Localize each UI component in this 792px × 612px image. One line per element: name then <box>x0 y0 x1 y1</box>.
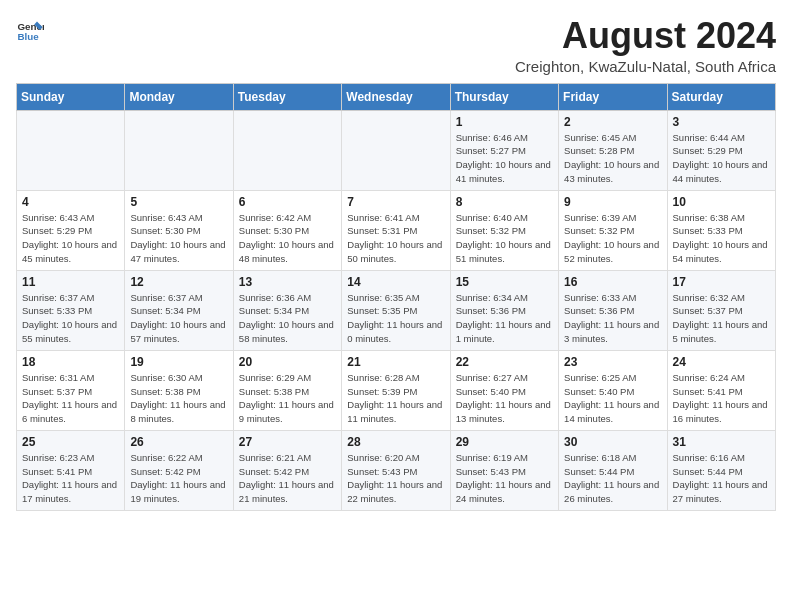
calendar-cell: 11Sunrise: 6:37 AM Sunset: 5:33 PM Dayli… <box>17 270 125 350</box>
day-number: 22 <box>456 355 553 369</box>
calendar-cell <box>233 110 341 190</box>
day-info: Sunrise: 6:20 AM Sunset: 5:43 PM Dayligh… <box>347 451 444 506</box>
calendar-week-1: 1Sunrise: 6:46 AM Sunset: 5:27 PM Daylig… <box>17 110 776 190</box>
day-info: Sunrise: 6:30 AM Sunset: 5:38 PM Dayligh… <box>130 371 227 426</box>
calendar-cell: 9Sunrise: 6:39 AM Sunset: 5:32 PM Daylig… <box>559 190 667 270</box>
day-number: 13 <box>239 275 336 289</box>
header-sunday: Sunday <box>17 83 125 110</box>
day-number: 26 <box>130 435 227 449</box>
day-info: Sunrise: 6:37 AM Sunset: 5:34 PM Dayligh… <box>130 291 227 346</box>
calendar-cell: 1Sunrise: 6:46 AM Sunset: 5:27 PM Daylig… <box>450 110 558 190</box>
svg-text:Blue: Blue <box>17 31 39 42</box>
calendar-cell: 3Sunrise: 6:44 AM Sunset: 5:29 PM Daylig… <box>667 110 775 190</box>
month-year-title: August 2024 <box>515 16 776 56</box>
day-number: 18 <box>22 355 119 369</box>
day-number: 2 <box>564 115 661 129</box>
calendar-cell: 8Sunrise: 6:40 AM Sunset: 5:32 PM Daylig… <box>450 190 558 270</box>
day-info: Sunrise: 6:16 AM Sunset: 5:44 PM Dayligh… <box>673 451 770 506</box>
calendar-cell: 22Sunrise: 6:27 AM Sunset: 5:40 PM Dayli… <box>450 350 558 430</box>
day-info: Sunrise: 6:32 AM Sunset: 5:37 PM Dayligh… <box>673 291 770 346</box>
day-number: 6 <box>239 195 336 209</box>
day-number: 29 <box>456 435 553 449</box>
day-number: 25 <box>22 435 119 449</box>
day-info: Sunrise: 6:29 AM Sunset: 5:38 PM Dayligh… <box>239 371 336 426</box>
day-number: 16 <box>564 275 661 289</box>
day-number: 8 <box>456 195 553 209</box>
header-saturday: Saturday <box>667 83 775 110</box>
day-info: Sunrise: 6:43 AM Sunset: 5:30 PM Dayligh… <box>130 211 227 266</box>
day-info: Sunrise: 6:38 AM Sunset: 5:33 PM Dayligh… <box>673 211 770 266</box>
calendar-cell: 23Sunrise: 6:25 AM Sunset: 5:40 PM Dayli… <box>559 350 667 430</box>
day-info: Sunrise: 6:35 AM Sunset: 5:35 PM Dayligh… <box>347 291 444 346</box>
day-info: Sunrise: 6:41 AM Sunset: 5:31 PM Dayligh… <box>347 211 444 266</box>
day-number: 12 <box>130 275 227 289</box>
day-info: Sunrise: 6:19 AM Sunset: 5:43 PM Dayligh… <box>456 451 553 506</box>
day-info: Sunrise: 6:34 AM Sunset: 5:36 PM Dayligh… <box>456 291 553 346</box>
calendar-cell: 25Sunrise: 6:23 AM Sunset: 5:41 PM Dayli… <box>17 430 125 510</box>
day-info: Sunrise: 6:24 AM Sunset: 5:41 PM Dayligh… <box>673 371 770 426</box>
day-info: Sunrise: 6:22 AM Sunset: 5:42 PM Dayligh… <box>130 451 227 506</box>
day-number: 10 <box>673 195 770 209</box>
day-number: 3 <box>673 115 770 129</box>
day-number: 4 <box>22 195 119 209</box>
logo: General Blue <box>16 16 44 44</box>
calendar-cell: 13Sunrise: 6:36 AM Sunset: 5:34 PM Dayli… <box>233 270 341 350</box>
calendar-cell: 17Sunrise: 6:32 AM Sunset: 5:37 PM Dayli… <box>667 270 775 350</box>
day-info: Sunrise: 6:31 AM Sunset: 5:37 PM Dayligh… <box>22 371 119 426</box>
weekday-header-row: Sunday Monday Tuesday Wednesday Thursday… <box>17 83 776 110</box>
calendar-cell: 28Sunrise: 6:20 AM Sunset: 5:43 PM Dayli… <box>342 430 450 510</box>
calendar-cell: 2Sunrise: 6:45 AM Sunset: 5:28 PM Daylig… <box>559 110 667 190</box>
day-number: 17 <box>673 275 770 289</box>
calendar-cell <box>125 110 233 190</box>
calendar-cell: 4Sunrise: 6:43 AM Sunset: 5:29 PM Daylig… <box>17 190 125 270</box>
day-info: Sunrise: 6:46 AM Sunset: 5:27 PM Dayligh… <box>456 131 553 186</box>
day-info: Sunrise: 6:21 AM Sunset: 5:42 PM Dayligh… <box>239 451 336 506</box>
day-number: 9 <box>564 195 661 209</box>
calendar-body: 1Sunrise: 6:46 AM Sunset: 5:27 PM Daylig… <box>17 110 776 510</box>
calendar-table: Sunday Monday Tuesday Wednesday Thursday… <box>16 83 776 511</box>
day-number: 1 <box>456 115 553 129</box>
day-number: 23 <box>564 355 661 369</box>
calendar-cell: 15Sunrise: 6:34 AM Sunset: 5:36 PM Dayli… <box>450 270 558 350</box>
day-number: 14 <box>347 275 444 289</box>
calendar-cell: 6Sunrise: 6:42 AM Sunset: 5:30 PM Daylig… <box>233 190 341 270</box>
day-info: Sunrise: 6:37 AM Sunset: 5:33 PM Dayligh… <box>22 291 119 346</box>
day-number: 19 <box>130 355 227 369</box>
day-info: Sunrise: 6:23 AM Sunset: 5:41 PM Dayligh… <box>22 451 119 506</box>
day-number: 27 <box>239 435 336 449</box>
calendar-cell: 10Sunrise: 6:38 AM Sunset: 5:33 PM Dayli… <box>667 190 775 270</box>
day-info: Sunrise: 6:39 AM Sunset: 5:32 PM Dayligh… <box>564 211 661 266</box>
day-number: 24 <box>673 355 770 369</box>
day-number: 20 <box>239 355 336 369</box>
day-info: Sunrise: 6:44 AM Sunset: 5:29 PM Dayligh… <box>673 131 770 186</box>
day-info: Sunrise: 6:43 AM Sunset: 5:29 PM Dayligh… <box>22 211 119 266</box>
page-header: General Blue August 2024 Creighton, KwaZ… <box>16 16 776 75</box>
logo-icon: General Blue <box>16 16 44 44</box>
day-info: Sunrise: 6:18 AM Sunset: 5:44 PM Dayligh… <box>564 451 661 506</box>
day-number: 11 <box>22 275 119 289</box>
calendar-week-5: 25Sunrise: 6:23 AM Sunset: 5:41 PM Dayli… <box>17 430 776 510</box>
day-info: Sunrise: 6:40 AM Sunset: 5:32 PM Dayligh… <box>456 211 553 266</box>
calendar-week-3: 11Sunrise: 6:37 AM Sunset: 5:33 PM Dayli… <box>17 270 776 350</box>
calendar-cell: 21Sunrise: 6:28 AM Sunset: 5:39 PM Dayli… <box>342 350 450 430</box>
calendar-cell: 26Sunrise: 6:22 AM Sunset: 5:42 PM Dayli… <box>125 430 233 510</box>
calendar-cell: 12Sunrise: 6:37 AM Sunset: 5:34 PM Dayli… <box>125 270 233 350</box>
calendar-cell: 5Sunrise: 6:43 AM Sunset: 5:30 PM Daylig… <box>125 190 233 270</box>
header-monday: Monday <box>125 83 233 110</box>
day-info: Sunrise: 6:28 AM Sunset: 5:39 PM Dayligh… <box>347 371 444 426</box>
day-number: 5 <box>130 195 227 209</box>
calendar-cell <box>342 110 450 190</box>
day-info: Sunrise: 6:36 AM Sunset: 5:34 PM Dayligh… <box>239 291 336 346</box>
calendar-cell: 29Sunrise: 6:19 AM Sunset: 5:43 PM Dayli… <box>450 430 558 510</box>
calendar-week-4: 18Sunrise: 6:31 AM Sunset: 5:37 PM Dayli… <box>17 350 776 430</box>
calendar-cell: 14Sunrise: 6:35 AM Sunset: 5:35 PM Dayli… <box>342 270 450 350</box>
day-info: Sunrise: 6:27 AM Sunset: 5:40 PM Dayligh… <box>456 371 553 426</box>
location-subtitle: Creighton, KwaZulu-Natal, South Africa <box>515 58 776 75</box>
header-thursday: Thursday <box>450 83 558 110</box>
calendar-week-2: 4Sunrise: 6:43 AM Sunset: 5:29 PM Daylig… <box>17 190 776 270</box>
calendar-cell: 24Sunrise: 6:24 AM Sunset: 5:41 PM Dayli… <box>667 350 775 430</box>
day-number: 31 <box>673 435 770 449</box>
title-block: August 2024 Creighton, KwaZulu-Natal, So… <box>515 16 776 75</box>
header-friday: Friday <box>559 83 667 110</box>
calendar-cell: 19Sunrise: 6:30 AM Sunset: 5:38 PM Dayli… <box>125 350 233 430</box>
